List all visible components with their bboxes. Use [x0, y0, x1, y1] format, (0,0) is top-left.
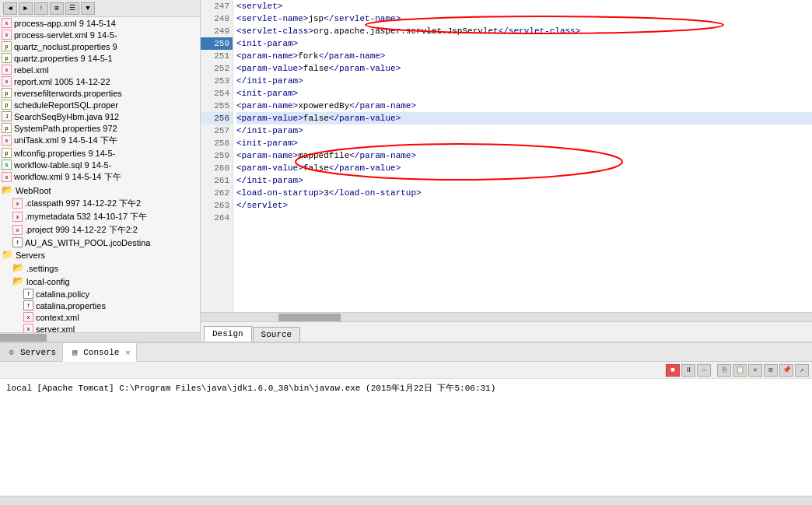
editor-area: 2472482492502512522532542552562572582592…: [201, 0, 812, 342]
sidebar-item[interactable]: pquartz.properties 9 14-5-1: [0, 52, 200, 64]
file-icon: J: [2, 111, 12, 121]
back-btn[interactable]: ◀: [3, 2, 17, 15]
sidebar-item[interactable]: sworkflow-table.sql 9 14-5-: [0, 159, 200, 170]
file-name: process-servlet.xml 9 14-5-: [14, 30, 117, 40]
sidebar-item[interactable]: x.mymetadata 532 14-10-17 下午: [0, 210, 200, 223]
line-number: 260: [201, 162, 233, 174]
view-btn[interactable]: ⊞: [50, 2, 64, 15]
sidebar-item[interactable]: pscheduleReportSQL.proper: [0, 99, 200, 110]
sort-btn[interactable]: ☰: [65, 2, 79, 15]
copy-button[interactable]: ⎘: [717, 364, 731, 377]
bottom-toolbar: ■ ⏸ → ⎘ 📋 ✕ ⊞ 📌 ↗: [0, 362, 812, 379]
line-numbers: 2472482492502512522532542552562572582592…: [201, 0, 233, 312]
sidebar-toolbar: ◀ ▶ ↑ ⊞ ☰ ▼: [0, 0, 200, 17]
console-close-icon[interactable]: ✕: [125, 348, 130, 357]
sidebar-item[interactable]: x.project 999 14-12-22 下午2:2: [0, 223, 200, 237]
code-content[interactable]: <servlet> <servlet-name>jsp</servlet-nam…: [233, 0, 812, 312]
file-name: reversefilterwords.properties: [14, 89, 122, 98]
line-number: 247: [201, 0, 233, 12]
filter-button[interactable]: ⊞: [764, 364, 778, 377]
sidebar-item[interactable]: xserver.xml: [0, 323, 200, 332]
sidebar-item[interactable]: xrebel.xml: [0, 64, 200, 75]
code-line: <param-name>xpoweredBy</param-name>: [236, 100, 812, 112]
stop-button[interactable]: ■: [666, 364, 680, 377]
line-number: 249: [201, 25, 233, 37]
file-icon: x: [23, 312, 33, 322]
file-icon: x: [2, 30, 12, 40]
sidebar-item[interactable]: fAU_AS_WITH_POOL.jcoDestina: [0, 237, 200, 248]
sidebar-item[interactable]: pquartz_noclust.properties 9: [0, 40, 200, 52]
file-name: .mymetadata 532 14-10-17 下午: [25, 211, 147, 223]
sidebar-item[interactable]: xworkflow.xml 9 14-5-14 下午: [0, 170, 200, 184]
line-number: 253: [201, 75, 233, 87]
file-name: wfconfig.properties 9 14-5-: [14, 149, 115, 158]
pause-button[interactable]: ⏸: [681, 364, 695, 377]
line-number: 256: [201, 112, 233, 124]
sidebar-item[interactable]: 📂WebRoot: [0, 184, 200, 197]
file-icon: f: [12, 237, 23, 247]
file-name: .classpath 997 14-12-22 下午2: [25, 198, 141, 209]
code-editor: 2472482492502512522532542552562572582592…: [201, 0, 812, 312]
file-name: SearchSeqByHbm.java 912: [14, 112, 119, 121]
more-btn[interactable]: ▼: [81, 2, 95, 15]
sidebar-item[interactable]: 📁Servers: [0, 248, 200, 261]
code-line: </servlet>: [236, 199, 812, 212]
sidebar-item[interactable]: preversefilterwords.properties: [0, 87, 200, 99]
file-icon: f: [23, 300, 33, 310]
file-name: WebRoot: [16, 186, 51, 195]
file-name: Servers: [16, 251, 45, 260]
forward-btn[interactable]: ▶: [19, 2, 33, 15]
file-name: server.xml: [36, 324, 75, 333]
file-icon: p: [2, 100, 12, 110]
file-name: workflow.xml 9 14-5-14 下午: [14, 171, 121, 183]
file-name: local-config: [26, 277, 70, 286]
file-icon: x: [2, 65, 12, 75]
horizontal-scrollbar[interactable]: [201, 312, 812, 321]
console-tab[interactable]: ▤ Console ✕: [63, 343, 137, 362]
file-name: .project 999 14-12-22 下午2:2: [25, 224, 138, 236]
sidebar-item[interactable]: fcatalina.policy: [0, 288, 200, 300]
code-line: <param-value>false</param-value>: [236, 62, 812, 75]
source-tab[interactable]: Source: [253, 327, 301, 342]
paste-button[interactable]: 📋: [733, 364, 747, 377]
sidebar-item[interactable]: 📂.settings: [0, 261, 200, 275]
file-icon: 📂: [12, 275, 24, 287]
servers-tab[interactable]: ⚙ Servers: [0, 343, 63, 361]
design-tab[interactable]: Design: [204, 326, 252, 342]
line-number: 248: [201, 12, 233, 25]
code-line: </init-param>: [236, 124, 812, 137]
file-name: rebel.xml: [14, 65, 49, 75]
code-line: </init-param>: [236, 174, 812, 187]
sidebar-item[interactable]: x.classpath 997 14-12-22 下午2: [0, 197, 200, 210]
clear-button[interactable]: ✕: [748, 364, 762, 377]
code-line: <servlet-class>org.apache.jasper.servlet…: [236, 25, 812, 37]
console-tab-label: Console: [83, 348, 119, 357]
line-number: 262: [201, 187, 233, 199]
bottom-scrollbar[interactable]: [0, 496, 812, 505]
step-button[interactable]: →: [697, 364, 711, 377]
console-output: local [Apache Tomcat] C:\Program Files\j…: [6, 384, 495, 393]
expand-button[interactable]: ↗: [795, 364, 809, 377]
sidebar-item[interactable]: xuniTask.xml 9 14-5-14 下午: [0, 134, 200, 147]
sidebar-item[interactable]: xcontext.xml: [0, 311, 200, 323]
up-btn[interactable]: ↑: [34, 2, 48, 15]
sidebar-item[interactable]: fcatalina.properties: [0, 300, 200, 311]
sidebar-item[interactable]: xreport.xml 1005 14-12-22: [0, 75, 200, 87]
sidebar-item[interactable]: xprocess-servlet.xml 9 14-5-: [0, 29, 200, 40]
code-line: <init-param>: [236, 87, 812, 100]
sidebar-item[interactable]: pSystemPath.properties 972: [0, 122, 200, 134]
pin-button[interactable]: 📌: [779, 364, 793, 377]
sidebar-item[interactable]: JSearchSeqByHbm.java 912: [0, 110, 200, 122]
code-line: <init-param>: [236, 137, 812, 149]
sidebar-item[interactable]: xprocess-app.xml 9 14-5-14: [0, 17, 200, 29]
file-explorer: ◀ ▶ ↑ ⊞ ☰ ▼ xprocess-app.xml 9 14-5-14xp…: [0, 0, 201, 342]
file-icon: x: [2, 18, 12, 28]
code-line: <servlet-name>jsp</servlet-name>: [236, 12, 812, 25]
sidebar-item[interactable]: pwfconfig.properties 9 14-5-: [0, 147, 200, 159]
sidebar-item[interactable]: 📂local-config: [0, 275, 200, 288]
code-line: <servlet>: [236, 0, 812, 12]
file-name: context.xml: [36, 313, 79, 322]
sidebar-scrollbar[interactable]: [0, 332, 200, 342]
file-name: report.xml 1005 14-12-22: [14, 77, 110, 86]
code-line: <init-param>: [236, 37, 812, 50]
